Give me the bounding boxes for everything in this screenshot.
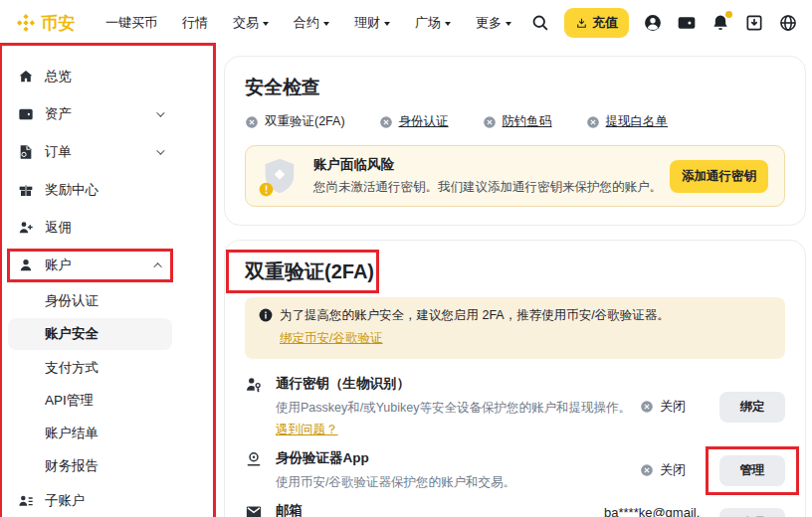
- main-menu: 一键买币 行情 交易 合约 理财 广场 更多: [105, 14, 511, 32]
- row-email: 邮箱 使用邮箱保护您的账户与交易。 ba****ke@gmail.com 管理: [245, 502, 785, 517]
- top-navbar: 币安 一键买币 行情 交易 合约 理财 广场 更多 充值: [0, 0, 812, 46]
- deposit-icon: [575, 17, 588, 30]
- circle-x-icon: [586, 115, 600, 129]
- sidebar-item-referral[interactable]: 返佣: [8, 209, 172, 247]
- email-icon: [245, 503, 263, 517]
- main-content: 安全检查 双重验证(2FA) 身份认证 防钓鱼码 提现白名单: [224, 56, 806, 517]
- security-check-list: 双重验证(2FA) 身份认证 防钓鱼码 提现白名单: [245, 113, 785, 130]
- bind-authenticator-link[interactable]: 绑定币安/谷歌验证: [280, 330, 382, 347]
- passkey-bind-button[interactable]: 绑定: [719, 392, 785, 423]
- email-title: 邮箱: [276, 502, 604, 517]
- twofa-rows: 通行密钥（生物识别） 使用Passkey和/或Yubikey等安全设备保护您的账…: [245, 375, 785, 517]
- chevron-down-icon: [506, 22, 511, 26]
- passkey-status: 关闭: [640, 398, 704, 416]
- user-avatar-icon[interactable]: [643, 13, 663, 33]
- authenticator-status: 关闭: [640, 461, 704, 479]
- chevron-down-icon: [156, 146, 164, 154]
- sidebar-item-account[interactable]: 账户: [8, 247, 172, 284]
- sidebar-item-overview[interactable]: 总览: [8, 58, 172, 95]
- sidebar: 总览 资产 订单 奖励中心 返佣 账户 身份认证 账户安全 支付方式 API管理…: [0, 46, 215, 517]
- account-icon: [18, 258, 34, 273]
- twofa-info-box: 为了提高您的账户安全，建议您启用 2FA，推荐使用币安/谷歌验证器。 绑定币安/…: [245, 297, 785, 359]
- circle-x-icon: [640, 400, 654, 414]
- chevron-down-icon: [323, 22, 329, 26]
- chevron-down-icon: [384, 22, 390, 26]
- info-icon: [259, 308, 273, 322]
- row-passkey: 通行密钥（生物识别） 使用Passkey和/或Yubikey等安全设备保护您的账…: [245, 375, 785, 438]
- subaccount-icon: [18, 493, 34, 509]
- nav-earn[interactable]: 理财: [354, 14, 390, 32]
- circle-x-icon: [483, 115, 497, 129]
- search-icon[interactable]: [530, 13, 550, 33]
- sidebar-subitem-payment-methods[interactable]: 支付方式: [8, 351, 172, 384]
- deposit-button[interactable]: 充值: [564, 8, 629, 38]
- authenticator-icon: [245, 450, 263, 468]
- warning-title: 账户面临风险: [313, 156, 662, 174]
- notification-dot: [725, 11, 732, 18]
- binance-logo-icon: [16, 13, 36, 33]
- warning-badge-icon: [259, 182, 274, 197]
- security-check-card: 安全检查 双重验证(2FA) 身份认证 防钓鱼码 提现白名单: [224, 56, 806, 226]
- row-authenticator-app: 身份验证器App 使用币安/谷歌验证器保护您的账户和交易。 关闭 管理: [245, 449, 785, 491]
- passkey-desc: 使用Passkey和/或Yubikey等安全设备保护您的账户和提现操作。: [276, 400, 640, 417]
- authenticator-manage-button[interactable]: 管理: [719, 455, 785, 486]
- email-value: ba****ke@gmail.com: [604, 504, 704, 517]
- sidebar-subitem-financial-reports[interactable]: 财务报告: [8, 449, 172, 482]
- sidebar-subitem-account-security[interactable]: 账户安全: [8, 318, 172, 350]
- sidebar-item-subaccount[interactable]: 子账户: [8, 482, 172, 517]
- circle-x-icon: [379, 115, 393, 129]
- email-manage-button[interactable]: 管理: [719, 508, 785, 517]
- shield-icon: [262, 155, 300, 197]
- wallet-icon[interactable]: [677, 13, 697, 33]
- orders-icon: [18, 144, 34, 160]
- passkey-icon: [245, 376, 263, 394]
- navbar-right: 充值: [530, 8, 798, 38]
- referral-icon: [18, 220, 34, 236]
- nav-more[interactable]: 更多: [476, 14, 511, 32]
- check-item-identity[interactable]: 身份认证: [379, 113, 449, 130]
- chevron-up-icon: [153, 262, 161, 270]
- circle-x-icon: [640, 463, 654, 477]
- nav-square[interactable]: 广场: [415, 14, 451, 32]
- sidebar-item-orders[interactable]: 订单: [8, 133, 172, 171]
- twofa-card: 双重验证(2FA) 为了提高您的账户安全，建议您启用 2FA，推荐使用币安/谷歌…: [224, 240, 806, 517]
- nav-trade[interactable]: 交易: [233, 14, 269, 32]
- brand-name: 币安: [41, 12, 76, 35]
- account-risk-warning: 账户面临风险 您尚未激活通行密钥。我们建议添加通行密钥来保护您的账户。 添加通行…: [245, 145, 785, 207]
- nav-buy-crypto[interactable]: 一键买币: [105, 14, 157, 32]
- chevron-down-icon: [263, 22, 269, 26]
- chevron-down-icon: [445, 22, 451, 26]
- add-passkey-button[interactable]: 添加通行密钥: [670, 160, 768, 193]
- passkey-help-link[interactable]: 遇到问题？: [276, 422, 338, 438]
- check-item-2fa: 双重验证(2FA): [245, 113, 345, 130]
- notifications[interactable]: [710, 13, 730, 33]
- circle-x-icon: [245, 115, 259, 129]
- security-check-title: 安全检查: [245, 75, 785, 100]
- nav-futures[interactable]: 合约: [294, 14, 329, 32]
- sidebar-subitem-identity-verification[interactable]: 身份认证: [8, 284, 172, 317]
- globe-icon[interactable]: [778, 13, 798, 33]
- nav-markets[interactable]: 行情: [182, 14, 208, 32]
- authenticator-title: 身份验证器App: [276, 449, 640, 467]
- authenticator-desc: 使用币安/谷歌验证器保护您的账户和交易。: [276, 474, 640, 491]
- twofa-info-text: 为了提高您的账户安全，建议您启用 2FA，推荐使用币安/谷歌验证器。: [280, 307, 670, 324]
- sidebar-item-assets[interactable]: 资产: [8, 95, 172, 133]
- check-item-antiphishing[interactable]: 防钓鱼码: [483, 113, 552, 130]
- rewards-icon: [18, 182, 34, 198]
- assets-wallet-icon: [18, 106, 34, 122]
- twofa-title: 双重验证(2FA): [245, 258, 374, 285]
- home-icon: [18, 69, 34, 85]
- sidebar-item-rewards[interactable]: 奖励中心: [8, 171, 172, 209]
- binance-logo[interactable]: 币安: [16, 12, 76, 35]
- warning-desc: 您尚未激活通行密钥。我们建议添加通行密钥来保护您的账户。: [313, 179, 662, 196]
- passkey-title: 通行密钥（生物识别）: [276, 375, 640, 393]
- check-item-withdrawal-whitelist[interactable]: 提现白名单: [586, 113, 669, 130]
- sidebar-subitem-account-statement[interactable]: 账户结单: [8, 417, 172, 449]
- sidebar-subitem-api-management[interactable]: API管理: [8, 384, 172, 417]
- chevron-down-icon: [156, 108, 164, 116]
- app-download-icon[interactable]: [744, 13, 764, 33]
